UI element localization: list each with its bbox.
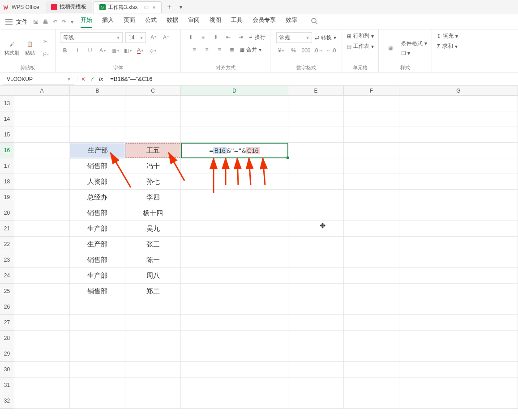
cell-G29[interactable] [399, 346, 518, 362]
cell-D21[interactable] [181, 221, 288, 237]
copy-icon[interactable]: ⎘ [41, 49, 51, 59]
align-right-icon[interactable]: ≡ [214, 45, 224, 55]
cell-F21[interactable] [344, 221, 399, 237]
cell-A23[interactable] [14, 252, 70, 268]
cell-D17[interactable] [181, 158, 288, 174]
row-header-13[interactable]: 13 [0, 96, 14, 111]
menu-效率[interactable]: 效率 [286, 16, 297, 28]
menu-插入[interactable]: 插入 [102, 16, 114, 28]
undo-icon[interactable]: ↶ [53, 19, 57, 25]
tab-menu-button[interactable]: ▾ [175, 4, 187, 10]
row-header-16[interactable]: 16 [0, 143, 14, 158]
row-header-24[interactable]: 24 [0, 268, 14, 284]
cell-F13[interactable] [344, 96, 399, 111]
cell-G13[interactable] [399, 96, 518, 111]
cell-D14[interactable] [181, 111, 288, 127]
cell-B17[interactable]: 销售部 [70, 158, 125, 174]
cell-C14[interactable] [125, 111, 181, 127]
menu-页面[interactable]: 页面 [124, 16, 135, 28]
cell-A29[interactable] [14, 346, 70, 362]
cell-D30[interactable] [181, 362, 288, 378]
inc-decimal-icon[interactable]: .0→ [314, 46, 324, 55]
row-header-26[interactable]: 26 [0, 299, 14, 315]
cell-E25[interactable] [288, 284, 344, 299]
row-header-22[interactable]: 22 [0, 237, 14, 252]
row-header-27[interactable]: 27 [0, 315, 14, 331]
cell-C17[interactable]: 冯十 [125, 158, 181, 174]
underline-icon[interactable]: U [85, 46, 95, 55]
cell-B30[interactable] [70, 362, 125, 378]
cell-A21[interactable] [14, 221, 70, 237]
menu-开始[interactable]: 开始 [81, 16, 92, 28]
cell-B31[interactable] [70, 378, 125, 393]
row-header-17[interactable]: 17 [0, 158, 14, 174]
fx-icon[interactable]: fx [99, 76, 103, 82]
cell-F18[interactable] [344, 174, 399, 190]
fill-color-icon[interactable]: ◧ [123, 46, 133, 55]
row-header-15[interactable]: 15 [0, 127, 14, 143]
cell-E31[interactable] [288, 378, 344, 393]
cell-C29[interactable] [125, 346, 181, 362]
menu-公式[interactable]: 公式 [145, 16, 157, 28]
cell-B13[interactable] [70, 96, 125, 111]
cell-F15[interactable] [344, 127, 399, 143]
row-header-14[interactable]: 14 [0, 111, 14, 127]
cell-D13[interactable] [181, 96, 288, 111]
cell-A26[interactable] [14, 299, 70, 315]
redo-icon[interactable]: ↷ [62, 19, 66, 25]
cell-F30[interactable] [344, 362, 399, 378]
cell-C21[interactable]: 吴九 [125, 221, 181, 237]
cell-G27[interactable] [399, 315, 518, 331]
cell-A24[interactable] [14, 268, 70, 284]
cell-A28[interactable] [14, 331, 70, 346]
cell-G28[interactable] [399, 331, 518, 346]
cell-D31[interactable] [181, 378, 288, 393]
align-middle-icon[interactable]: ≡ [198, 32, 208, 42]
cell-G19[interactable] [399, 190, 518, 205]
cell-A32[interactable] [14, 393, 70, 409]
cell-C16[interactable]: 王五 [125, 143, 181, 158]
menu-数据[interactable]: 数据 [167, 16, 178, 28]
cell-A15[interactable] [14, 127, 70, 143]
cell-style-button[interactable]: ☐ ▾ [401, 50, 427, 56]
cell-E17[interactable] [288, 158, 344, 174]
cell-E15[interactable] [288, 127, 344, 143]
cond-format-button[interactable]: 条件格式 ▾ [401, 40, 427, 47]
cell-B24[interactable]: 生产部 [70, 268, 125, 284]
menu-工具[interactable]: 工具 [231, 16, 243, 28]
indent-dec-icon[interactable]: ⇤ [223, 32, 233, 42]
cell-E16[interactable] [288, 143, 344, 158]
cell-A14[interactable] [14, 111, 70, 127]
cell-G20[interactable] [399, 205, 518, 221]
cell-E26[interactable] [288, 299, 344, 315]
cell-C23[interactable]: 陈一 [125, 252, 181, 268]
col-header-G[interactable]: G [399, 86, 518, 95]
align-top-icon[interactable]: ⬆ [186, 32, 196, 42]
cell-D16[interactable]: = B16 &"—"& C16 [181, 143, 288, 158]
row-header-28[interactable]: 28 [0, 331, 14, 346]
row-header-30[interactable]: 30 [0, 362, 14, 378]
bold-icon[interactable]: B [60, 46, 70, 55]
cell-C15[interactable] [125, 127, 181, 143]
font-color-icon[interactable]: A [135, 46, 145, 55]
cell-E18[interactable] [288, 174, 344, 190]
cell-A30[interactable] [14, 362, 70, 378]
cell-A27[interactable] [14, 315, 70, 331]
cell-G15[interactable] [399, 127, 518, 143]
cell-C22[interactable]: 张三 [125, 237, 181, 252]
cell-B21[interactable]: 生产部 [70, 221, 125, 237]
cell-F24[interactable] [344, 268, 399, 284]
cell-C28[interactable] [125, 331, 181, 346]
cell-A17[interactable] [14, 158, 70, 174]
cell-E20[interactable] [288, 205, 344, 221]
strike-icon[interactable]: A [98, 46, 107, 55]
cell-B23[interactable]: 销售部 [70, 252, 125, 268]
col-header-D[interactable]: D [181, 86, 288, 95]
menu-会员专享[interactable]: 会员专享 [253, 16, 276, 28]
cells-grid[interactable]: 生产部王五= B16 &"—"& C16销售部冯十人资部孙七总经办李四销售部杨十… [14, 96, 518, 409]
cell-C24[interactable]: 周八 [125, 268, 181, 284]
cell-B18[interactable]: 人资部 [70, 174, 125, 190]
cell-C31[interactable] [125, 378, 181, 393]
cell-G14[interactable] [399, 111, 518, 127]
font-family-combo[interactable]: 等线▾ [60, 32, 123, 43]
